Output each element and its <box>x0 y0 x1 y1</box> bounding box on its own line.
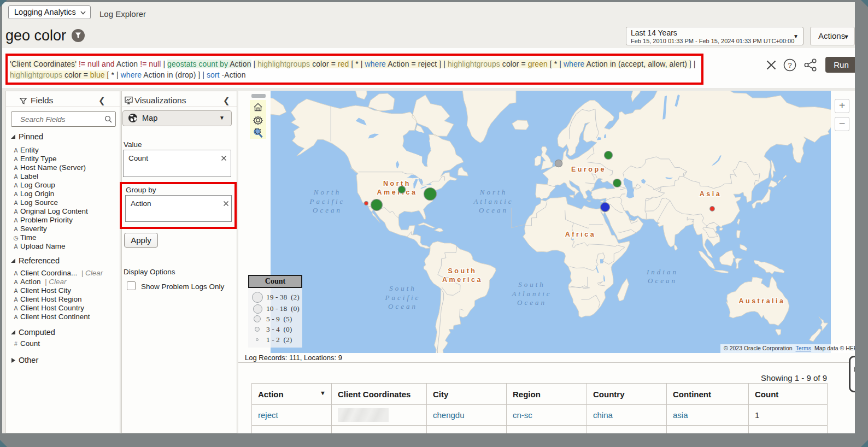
svg-text:Pacific: Pacific <box>309 197 345 205</box>
svg-text:Australia: Australia <box>739 297 785 305</box>
svg-text:North: North <box>479 188 507 196</box>
svg-text:Ocean: Ocean <box>388 302 418 310</box>
svg-text:Indian: Indian <box>646 268 678 276</box>
svg-text:North: North <box>383 180 411 187</box>
svg-text:South: South <box>389 284 417 292</box>
svg-text:America: America <box>442 276 483 284</box>
svg-text:Europe: Europe <box>571 166 606 173</box>
svg-text:Asia: Asia <box>700 190 722 198</box>
svg-text:North: North <box>313 188 341 196</box>
svg-text:Ocean: Ocean <box>313 206 342 214</box>
svg-text:?: ? <box>788 61 791 69</box>
svg-text:Ocean: Ocean <box>517 298 547 307</box>
svg-text:Pacific: Pacific <box>385 293 421 302</box>
svg-text:South: South <box>448 267 477 275</box>
svg-text:Ocean: Ocean <box>479 206 508 214</box>
svg-text:South: South <box>518 280 546 289</box>
svg-text:Ocean: Ocean <box>648 277 677 285</box>
svg-text:Atlantic: Atlantic <box>511 290 552 298</box>
svg-text:Africa: Africa <box>565 231 596 238</box>
svg-text:America: America <box>377 189 418 196</box>
svg-text:Atlantic: Atlantic <box>473 197 513 205</box>
